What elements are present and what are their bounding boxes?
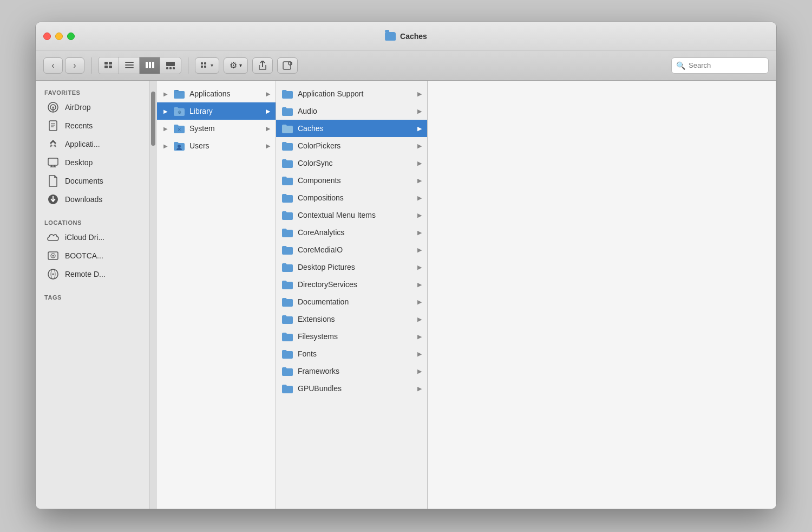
col2-item-coremediaio[interactable]: CoreMediaIO ▶	[276, 241, 427, 258]
applications-icon	[47, 138, 60, 151]
sidebar-item-documents[interactable]: Documents	[38, 172, 147, 190]
gallery-view-button[interactable]	[160, 57, 181, 74]
search-box[interactable]: 🔍	[671, 57, 769, 74]
col1-item-applications[interactable]: ▶ Applications ▶	[157, 85, 276, 102]
folder-icon-compositions	[281, 193, 293, 203]
sidebar-item-bootcamp[interactable]: BOOTCA...	[38, 246, 147, 265]
chevron-icon-colorsync: ▶	[417, 160, 422, 167]
action-button[interactable]: ⚙ ▾	[224, 57, 248, 74]
chevron-icon-documentation: ▶	[417, 299, 422, 306]
chevron-icon-caches: ▶	[417, 125, 422, 132]
column-icon	[146, 62, 154, 69]
chevron-icon-directoryservices: ▶	[417, 281, 422, 288]
col2-item-extensions[interactable]: Extensions ▶	[276, 310, 427, 328]
svg-rect-10	[166, 62, 175, 66]
svg-rect-16	[201, 66, 203, 68]
maximize-button[interactable]	[67, 33, 75, 40]
col1-item-library[interactable]: ▶ ⚙ Library ▶	[157, 102, 276, 120]
chevron-icon-gpubundles: ▶	[417, 385, 422, 392]
minimize-button[interactable]	[55, 33, 63, 40]
svg-point-36	[53, 255, 54, 257]
col2-item-application-support[interactable]: Application Support ▶	[276, 85, 427, 102]
sidebar-item-recents[interactable]: Recents	[38, 116, 147, 135]
svg-rect-15	[204, 62, 206, 64]
col2-item-documentation[interactable]: Documentation ▶	[276, 293, 427, 310]
folder-icon-directoryservices	[281, 280, 293, 289]
col2-item-contextual-menu[interactable]: Contextual Menu Items ▶	[276, 206, 427, 224]
chevron-icon-contextual: ▶	[417, 212, 422, 219]
col2-item-fonts[interactable]: Fonts ▶	[276, 345, 427, 362]
downloads-icon	[47, 193, 60, 206]
col2-item-desktop-pictures[interactable]: Desktop Pictures ▶	[276, 258, 427, 276]
group-button[interactable]: ▾	[195, 57, 219, 74]
svg-rect-28	[48, 158, 58, 165]
list-view-button[interactable]	[119, 57, 140, 74]
svg-rect-7	[146, 62, 148, 68]
col2-item-gpubundles[interactable]: GPUBundles ▶	[276, 380, 427, 397]
gear-icon: ⚙	[230, 60, 237, 70]
finder-window: Caches ‹ ›	[35, 22, 777, 509]
svg-rect-4	[125, 62, 134, 63]
chevron-icon-compositions: ▶	[417, 194, 422, 202]
col2-item-coreanalytics[interactable]: CoreAnalytics ▶	[276, 224, 427, 241]
forward-button[interactable]: ›	[65, 57, 84, 74]
svg-point-39	[53, 274, 54, 275]
folder-icon-extensions	[281, 314, 293, 324]
col2-item-colorsync[interactable]: ColorSync ▶	[276, 154, 427, 172]
sidebar-scroll-thumb[interactable]	[151, 92, 155, 146]
tag-button[interactable]	[277, 57, 298, 74]
col2-item-label-contextual: Contextual Menu Items	[298, 211, 413, 219]
icloud-icon	[47, 231, 60, 244]
col1-item-label-library: Library	[189, 107, 261, 115]
chevron-icon-filesystems: ▶	[417, 333, 422, 340]
folder-icon-users	[173, 141, 185, 151]
sidebar-scrollbar[interactable]	[149, 81, 157, 509]
folder-icon-documentation	[281, 297, 293, 307]
col1-item-system[interactable]: ▶ ✕ System ▶	[157, 120, 276, 137]
col2-item-label-extensions: Extensions	[298, 315, 413, 323]
sidebar-label-applications: Applicati...	[65, 140, 100, 148]
chevron-icon-frameworks: ▶	[417, 368, 422, 375]
col2-item-audio[interactable]: Audio ▶	[276, 102, 427, 120]
folder-icon-colorpickers	[281, 141, 293, 151]
toolbar: ‹ ›	[36, 50, 776, 81]
col2-item-caches[interactable]: Caches ▶	[276, 120, 427, 137]
locations-header: Locations	[36, 215, 149, 228]
folder-icon-gpubundles	[281, 384, 293, 393]
column-view-button[interactable]	[140, 57, 160, 74]
close-button[interactable]	[43, 33, 51, 40]
icon-view-button[interactable]	[99, 57, 119, 74]
back-button[interactable]: ‹	[43, 57, 63, 74]
action-chevron-icon: ▾	[239, 62, 242, 68]
sidebar-label-bootcamp: BOOTCA...	[65, 251, 103, 260]
sidebar-item-airdrop[interactable]: AirDrop	[38, 98, 147, 116]
chevron-icon-components: ▶	[417, 177, 422, 184]
toolbar-separator-1	[91, 57, 91, 74]
sidebar-label-recents: Recents	[65, 121, 93, 130]
col2-item-components[interactable]: Components ▶	[276, 172, 427, 189]
folder-icon-fonts	[281, 349, 293, 359]
col2-item-filesystems[interactable]: Filesystems ▶	[276, 328, 427, 345]
share-button[interactable]	[252, 57, 273, 74]
sidebar-item-icloud[interactable]: iCloud Dri...	[38, 228, 147, 246]
sidebar-item-desktop[interactable]: Desktop	[38, 153, 147, 172]
col2-item-colorpickers[interactable]: ColorPickers ▶	[276, 137, 427, 154]
col2-item-compositions[interactable]: Compositions ▶	[276, 189, 427, 206]
col2-item-frameworks[interactable]: Frameworks ▶	[276, 362, 427, 380]
folder-icon-audio	[281, 106, 293, 116]
col2-item-directoryservices[interactable]: DirectoryServices ▶	[276, 276, 427, 293]
column-1: ▶ Applications ▶ ▶	[157, 81, 276, 509]
chevron-icon-library: ▶	[266, 108, 270, 115]
sidebar-item-remote[interactable]: Remote D...	[38, 265, 147, 283]
search-input[interactable]	[689, 61, 764, 69]
main-content: Favorites AirDrop	[36, 81, 776, 509]
col1-item-label-users: Users	[189, 141, 261, 150]
sidebar-item-downloads[interactable]: Downloads	[38, 190, 147, 209]
col1-item-users[interactable]: ▶ Users ▶	[157, 137, 276, 154]
view-buttons	[98, 57, 181, 74]
chevron-icon-system: ▶	[266, 125, 270, 132]
col2-item-label-gpubundles: GPUBundles	[298, 384, 413, 393]
svg-rect-2	[104, 66, 108, 68]
chevron-icon-appsupport: ▶	[417, 90, 422, 98]
sidebar-item-applications[interactable]: Applicati...	[38, 135, 147, 153]
